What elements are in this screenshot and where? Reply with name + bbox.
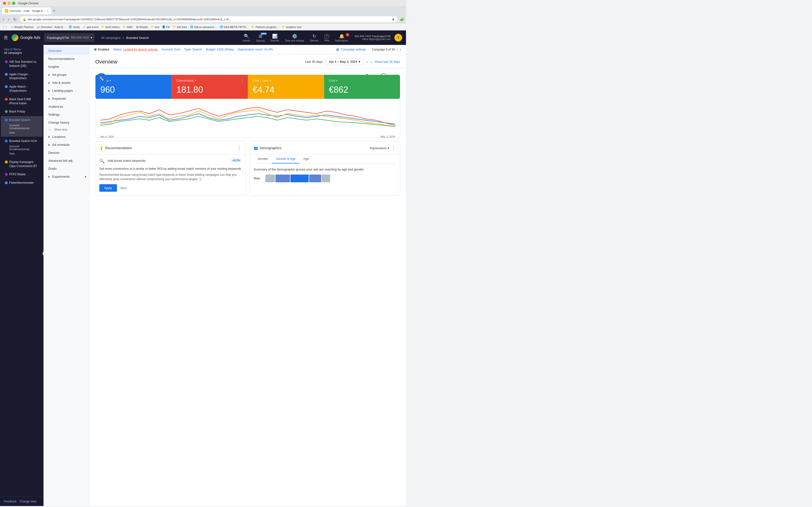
help-nav-button[interactable]: ? Help bbox=[322, 32, 332, 43]
view-recommendation-button[interactable]: View bbox=[120, 184, 126, 192]
tab-close-icon[interactable]: × bbox=[47, 9, 48, 12]
conversions-label[interactable]: Conversions ▾ bbox=[176, 79, 243, 82]
nav-item-landing-pages[interactable]: ▶ Landing pages bbox=[44, 87, 89, 95]
recommendation-more-icon[interactable]: ⋮ bbox=[237, 145, 242, 151]
apply-recommendation-button[interactable]: Apply bbox=[99, 184, 117, 192]
reload-button[interactable]: ↻ bbox=[12, 17, 17, 22]
bookmark-shopify[interactable]: 🛍 Shopify bbox=[136, 25, 148, 29]
nav-item-audiences[interactable]: Audiences bbox=[44, 103, 89, 111]
sidebar-collapse-button[interactable]: ‹ bbox=[43, 251, 44, 256]
prev-campaign-button[interactable]: ‹ bbox=[397, 47, 398, 52]
all-campaigns-label[interactable]: All campaigns bbox=[4, 51, 40, 55]
nav-item-advanced-bid[interactable]: Advanced bid adj. bbox=[44, 157, 89, 165]
sidebar-item-ab-test[interactable]: A/B Test Standard vs. Network (DE) bbox=[1, 58, 43, 70]
nav-item-overview[interactable]: Overview bbox=[44, 47, 89, 55]
account-selector[interactable]: TrackingbyGTM 363-944-7419 ▾ bbox=[44, 33, 95, 42]
impressions-selector[interactable]: Impressions ▾ bbox=[370, 146, 389, 150]
all-campaigns-link[interactable]: All campaigns bbox=[101, 36, 120, 40]
reports-nav-button[interactable]: 📊 Reports bbox=[268, 32, 282, 44]
clicks-label[interactable]: Clicks ▾ bbox=[100, 79, 166, 82]
sidebar-item-black-friday[interactable]: Black Friday bbox=[1, 108, 43, 116]
cost-label[interactable]: Cost ▾ bbox=[329, 79, 395, 82]
nav-item-insights[interactable]: Insights bbox=[44, 63, 89, 71]
nav-item-recommendations[interactable]: Recommendations bbox=[44, 55, 89, 63]
bookmark-partners[interactable]: 📁 Partners program… bbox=[251, 25, 279, 29]
nav-item-settings[interactable]: Settings bbox=[44, 111, 89, 119]
conversions-more-icon[interactable]: ⋮ bbox=[240, 78, 245, 83]
forward-button[interactable]: › bbox=[7, 17, 10, 22]
bookmark-gmc[interactable]: 📁 GMC bbox=[122, 25, 133, 29]
change-view-link[interactable]: Change view bbox=[19, 500, 36, 503]
bookmark-info[interactable]: 📁 info links bbox=[172, 25, 187, 29]
sidebar-item-display-kampagne[interactable]: Display Kampagne Clips Conversions BT bbox=[1, 158, 43, 170]
sidebar-item-apple-charger[interactable]: Apple Charger - Shopbrothers bbox=[1, 70, 43, 82]
user-avatar[interactable]: T bbox=[394, 34, 402, 42]
sub-item-suta-ach[interactable]: Suta bbox=[9, 151, 39, 156]
nav-item-ad-schedule[interactable]: ▶ Ad schedule bbox=[44, 141, 89, 149]
sidebar-item-ffp2[interactable]: FFP2 Maske bbox=[1, 170, 43, 178]
bookmark-tool[interactable]: 📁 tool bbox=[151, 25, 159, 29]
bookmark-icon[interactable]: ★ bbox=[392, 17, 395, 21]
sub-item-suta[interactable]: Suta bbox=[9, 130, 39, 135]
sidebar-item-branded-search-ach[interactable]: Branded Search ACH Generell Schallzahnbü… bbox=[1, 137, 43, 158]
view-filters-link[interactable]: View (2 filters) bbox=[4, 48, 40, 51]
refresh-nav-button[interactable]: ↻ Refresh bbox=[308, 32, 321, 44]
chart-edit-button[interactable]: ✏️ bbox=[96, 73, 107, 84]
bookmark-clarity[interactable]: 🌐 clarity bbox=[69, 25, 80, 29]
cost-per-conv-label[interactable]: Cost / conv. ▾ bbox=[253, 79, 319, 82]
maximize-button[interactable] bbox=[12, 2, 15, 5]
nav-item-experiments[interactable]: ▶ Experiments bbox=[44, 173, 89, 181]
demographics-more-icon[interactable]: ⋮ bbox=[391, 145, 396, 151]
sub-item-generell-ach[interactable]: Generell Schallzahnbürste bbox=[9, 144, 39, 151]
nav-item-locations[interactable]: ▶ Locations bbox=[44, 133, 89, 141]
status-value-link[interactable]: Limited by search volume bbox=[123, 48, 158, 51]
bookmark-analytics[interactable]: 📁 analytics tool bbox=[282, 25, 301, 29]
nav-item-keywords[interactable]: ▶ Keywords bbox=[44, 95, 89, 103]
extensions-icon[interactable]: 🧩 bbox=[400, 17, 404, 21]
tab-age[interactable]: Age bbox=[299, 155, 313, 163]
nav-item-ad-groups[interactable]: ▶ Ad groups bbox=[44, 71, 89, 79]
bookmark-shopify-partners[interactable]: 🛍 Shopify Partners bbox=[11, 25, 34, 29]
campaign-settings-button[interactable]: ⚙️ Campaign settings bbox=[336, 48, 366, 51]
account-value-link[interactable]: Suta bbox=[174, 48, 180, 51]
sidebar-item-branded-search[interactable]: Branded Search Generell Schallzahnbürste… bbox=[1, 116, 43, 137]
feedback-link[interactable]: Feedback bbox=[4, 500, 17, 503]
bookmark-overview[interactable]: 📊 Overview – Anas E… bbox=[37, 25, 66, 29]
bookmark-ga4[interactable]: 📈 ga4 event bbox=[83, 25, 98, 29]
account-dropdown-icon[interactable]: ▾ bbox=[91, 36, 92, 39]
nav-item-change-history[interactable]: Change history bbox=[44, 119, 89, 126]
nav-item-ads-assets[interactable]: ▶ Ads & assets bbox=[44, 79, 89, 87]
date-next-button[interactable]: › bbox=[370, 60, 372, 64]
minimize-button[interactable] bbox=[7, 2, 11, 5]
back-button[interactable]: ‹ bbox=[2, 17, 5, 22]
show-last-button[interactable]: Show last 30 days bbox=[374, 60, 400, 63]
bookmark-work[interactable]: 📁 work history bbox=[101, 25, 120, 29]
close-button[interactable] bbox=[3, 2, 6, 5]
bookmark-fb[interactable]: 📘 FB bbox=[162, 25, 170, 29]
hamburger-menu-icon[interactable]: ☰ bbox=[4, 35, 8, 40]
demographics-title: 👥 Demographics bbox=[254, 146, 282, 150]
sidebar-item-apple-watch[interactable]: Apple Watch - Shopbrothers bbox=[1, 83, 43, 95]
url-bar[interactable]: 🔒 ads.google.com/aw/overview?campaignId=… bbox=[19, 16, 398, 23]
sub-item-generell[interactable]: Generell Schallzahnbürste bbox=[9, 123, 39, 130]
bookmark-b2b[interactable]: 🌐 b2b-eu.tamaraco… bbox=[190, 25, 217, 29]
date-prev-button[interactable]: ‹ bbox=[366, 60, 367, 64]
campaign-status-icon bbox=[5, 161, 8, 163]
notifications-nav-button[interactable]: 1 🔔 Notifications bbox=[333, 32, 350, 44]
tab-gender[interactable]: Gender bbox=[254, 155, 272, 163]
nav-item-drafts[interactable]: Drafts bbox=[44, 165, 89, 173]
date-picker[interactable]: Apr 4 – May 3, 2024 ▾ bbox=[326, 58, 363, 65]
tab-gender-age[interactable]: Gender & Age bbox=[272, 155, 299, 163]
new-tab-button[interactable]: + bbox=[51, 8, 57, 13]
show-less-button[interactable]: Show less bbox=[44, 126, 89, 133]
next-campaign-button[interactable]: › bbox=[400, 47, 401, 52]
search-nav-button[interactable]: 🔍 Search bbox=[240, 32, 253, 44]
sidebar-item-black-deal[interactable]: Black Deal 5,89€ iPhone Kabel bbox=[1, 95, 43, 107]
spacing-nav-button[interactable]: BETA ⊞ Spacing bbox=[254, 32, 267, 44]
apps-icon[interactable]: ⋮⋮ bbox=[2, 25, 8, 29]
tools-nav-button[interactable]: ⚙️ Tools and settings bbox=[283, 32, 307, 44]
bookmark-ga4-meta[interactable]: 🌐 GA4-META-TIKTO… bbox=[220, 25, 248, 29]
nav-item-devices[interactable]: Devices bbox=[44, 149, 89, 157]
browser-tab-active[interactable]: A Overview – mate · Google A… × bbox=[2, 7, 51, 14]
sidebar-item-fieber[interactable]: Fieberthermometer bbox=[1, 179, 43, 187]
